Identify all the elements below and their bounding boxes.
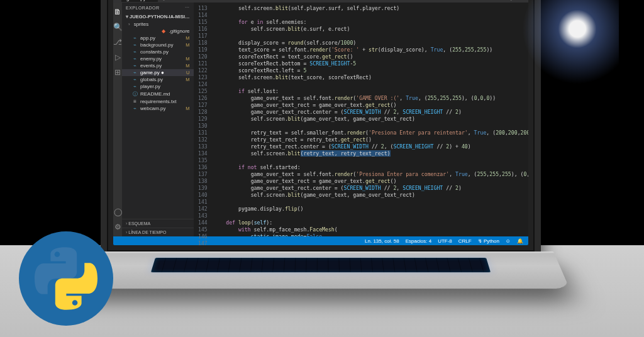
status-bell-icon[interactable]: 🔔 bbox=[517, 238, 523, 244]
python-logo-svg bbox=[35, 247, 97, 310]
status-cursor[interactable]: Ln. 135, col. 58 bbox=[365, 238, 399, 244]
debug-icon[interactable]: ▷ bbox=[113, 53, 122, 62]
search-icon[interactable]: 🔍 bbox=[113, 23, 122, 31]
files-icon[interactable]: 🗎 bbox=[113, 8, 121, 16]
file-events-py[interactable]: ⌁events.pyM bbox=[122, 62, 194, 69]
file--gitignore[interactable]: ◆.gitignore bbox=[122, 28, 194, 35]
status-eol[interactable]: CRLF bbox=[458, 238, 472, 244]
file-README-md[interactable]: ⓘREADME.md bbox=[122, 90, 194, 98]
modified-dot: ● bbox=[147, 0, 150, 1]
laptop: ⌁ game.py ● ⬡ Game render ▷ ⋯ 🗎🔍⎇▷⊞◯⚙ bbox=[101, 0, 541, 302]
activity-bar: 🗎🔍⎇▷⊞◯⚙ bbox=[113, 3, 122, 236]
tab-actions[interactable]: ▷ ⋯ bbox=[511, 0, 525, 1]
keyboard bbox=[151, 258, 491, 272]
file-requirements-txt[interactable]: ≡requirements.txt bbox=[122, 98, 194, 105]
file-webcam-py[interactable]: ⌁webcam.pyM bbox=[122, 105, 194, 112]
timeline-section[interactable]: LÍNEA DE TIEMPO bbox=[122, 228, 194, 236]
explorer-sidebar: EXPLORADOR ⋯ JUEGO-PYTHON-IA-MISI… sprit… bbox=[122, 3, 194, 236]
project-name[interactable]: JUEGO-PYTHON-IA-MISI… bbox=[122, 13, 194, 21]
file-tree: sprites◆.gitignore⌁app.pyM⌁background.py… bbox=[122, 21, 194, 219]
gear-icon[interactable]: ⚙ bbox=[113, 223, 122, 231]
account-icon[interactable]: ◯ bbox=[113, 207, 122, 216]
extensions-icon[interactable]: ⊞ bbox=[113, 68, 122, 77]
explorer-header: EXPLORADOR ⋯ bbox=[122, 3, 194, 13]
file-player-py[interactable]: ⌁player.py bbox=[122, 83, 194, 90]
breadcrumb-1[interactable]: render bbox=[189, 0, 204, 1]
outline-section[interactable]: ESQUEMA bbox=[122, 219, 194, 228]
laptop-base bbox=[72, 251, 569, 289]
editor-tab-game[interactable]: game.py ● bbox=[121, 0, 158, 2]
file-enemy-py[interactable]: ⌁enemy.pyM bbox=[122, 55, 194, 62]
vscode-window: ⌁ game.py ● ⬡ Game render ▷ ⋯ 🗎🔍⎇▷⊞◯⚙ bbox=[113, 0, 528, 245]
editor-area: 113 114 115 116 117 118 119 120 121 122 … bbox=[194, 3, 528, 236]
file-app-py[interactable]: ⌁app.pyM bbox=[122, 35, 194, 41]
status-indent[interactable]: Espacios: 4 bbox=[406, 238, 431, 244]
file-sprites[interactable]: sprites bbox=[122, 21, 194, 28]
tab-filename: game.py bbox=[126, 0, 146, 1]
file-constants-py[interactable]: ⌁constants.py bbox=[122, 48, 194, 55]
file-background-py[interactable]: ⌁background.pyM bbox=[122, 41, 194, 48]
explorer-more-icon[interactable]: ⋯ bbox=[185, 5, 190, 10]
status-feedback-icon[interactable]: ☺ bbox=[506, 238, 511, 244]
file-globals-py[interactable]: ⌁globals.pyM bbox=[122, 76, 194, 83]
status-encoding[interactable]: UTF-8 bbox=[438, 238, 452, 244]
breadcrumb-icon: ⬡ bbox=[162, 0, 166, 1]
python-file-icon: ⌁ bbox=[117, 0, 120, 1]
python-logo bbox=[19, 231, 113, 326]
file-game-py[interactable]: ⌁game.py ●U bbox=[122, 69, 194, 76]
breadcrumbs[interactable]: ⬡ Game render bbox=[162, 0, 204, 1]
status-bar: Ln. 135, col. 58 Espacios: 4 UTF-8 CRLF … bbox=[113, 236, 528, 245]
breadcrumb-0[interactable]: Game bbox=[167, 0, 181, 1]
line-gutter: 113 114 115 116 117 118 119 120 121 122 … bbox=[194, 3, 210, 236]
explorer-title: EXPLORADOR bbox=[126, 6, 160, 10]
screen-bezel: ⌁ game.py ● ⬡ Game render ▷ ⋯ 🗎🔍⎇▷⊞◯⚙ bbox=[101, 0, 541, 258]
source-control-icon[interactable]: ⎇ bbox=[113, 38, 122, 47]
code-content[interactable]: self.screen.blit(self.player.surf, self.… bbox=[210, 3, 528, 236]
status-language[interactable]: ↯ Python bbox=[478, 238, 499, 244]
